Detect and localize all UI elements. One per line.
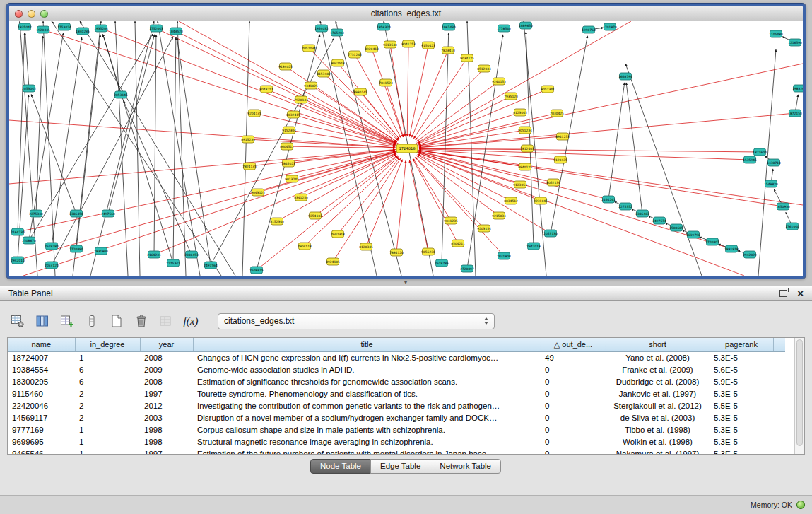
network-edge[interactable] <box>442 33 449 263</box>
network-edge[interactable] <box>154 153 396 255</box>
network-edge[interactable] <box>305 157 399 246</box>
cell-title[interactable]: Changes of HCN gene expression and I(f) … <box>193 351 541 363</box>
cell-in_degree[interactable]: 6 <box>75 363 140 375</box>
network-node[interactable]: 2942019 <box>526 243 541 250</box>
network-node[interactable]: 2053130 <box>543 230 558 237</box>
network-edge[interactable] <box>360 92 399 139</box>
cell-pagerank[interactable]: 5.3E-5 <box>710 436 773 448</box>
network-edge[interactable] <box>289 130 395 146</box>
network-node[interactable]: 1935204 <box>94 25 108 32</box>
network-edge[interactable] <box>25 33 29 88</box>
table-scrollbar[interactable] <box>794 338 804 454</box>
network-node[interactable]: 7852034 <box>302 45 316 52</box>
network-node[interactable]: 8152340 <box>270 218 284 225</box>
network-node[interactable]: 1765203 <box>330 29 344 36</box>
close-window-button[interactable] <box>15 10 23 18</box>
network-node[interactable]: 2497574 <box>652 217 666 224</box>
cell-out_degree[interactable]: 49 <box>541 351 606 363</box>
network-node[interactable]: 2942010 <box>11 257 25 264</box>
cell-short[interactable]: Dudbridge et al. (2008) <box>606 375 710 387</box>
cell-name[interactable]: 9777169 <box>8 424 75 436</box>
network-node[interactable]: 1954032 <box>314 25 329 32</box>
network-node[interactable]: 8034512 <box>504 197 518 204</box>
cell-short[interactable]: Tibbo et al. (1998) <box>606 424 710 436</box>
network-node[interactable]: 1840235 <box>76 28 90 35</box>
cell-name[interactable]: 19384554 <box>8 363 75 375</box>
table-selector-dropdown[interactable]: citations_edges.txt <box>218 313 495 329</box>
network-node[interactable]: 2720890 <box>69 245 83 252</box>
network-node[interactable]: 8915234 <box>241 136 255 143</box>
network-edge[interactable] <box>36 36 43 214</box>
network-node[interactable]: 2831908 <box>497 252 511 259</box>
tab-edge-table[interactable]: Edge Table <box>370 459 430 474</box>
cell-short[interactable]: Jankovic et al. (1997) <box>606 387 710 399</box>
minimize-window-button[interactable] <box>28 10 35 18</box>
cell-title[interactable]: Disruption of a novel member of a sodium… <box>193 411 541 424</box>
cell-pagerank[interactable]: 5.6E-5 <box>710 363 773 375</box>
table-row[interactable]: 1830029562008Estimation of significance … <box>8 375 785 387</box>
cell-in_degree[interactable]: 2 <box>75 411 140 424</box>
network-node[interactable]: 1835042 <box>18 23 32 30</box>
network-node[interactable]: 9041235 <box>444 217 458 224</box>
network-node[interactable]: 1753024 <box>57 23 71 30</box>
column-header-year[interactable]: year <box>140 338 193 351</box>
cell-short[interactable]: Wolkin et al. (1998) <box>606 436 710 448</box>
column-header-title[interactable]: title <box>193 338 541 351</box>
cell-pagerank[interactable]: 5.3E-5 <box>710 424 773 436</box>
network-node[interactable]: 9203154 <box>477 225 491 232</box>
cell-title[interactable]: Tourette syndrome. Phenomenology and cla… <box>193 387 541 399</box>
network-node[interactable]: 8032415 <box>286 111 300 118</box>
table-row[interactable]: 946554611997Estimation of the future num… <box>8 448 785 455</box>
network-node[interactable]: 2720897 <box>460 265 474 272</box>
network-edge[interactable] <box>29 33 64 240</box>
network-node[interactable]: 7830425 <box>550 110 564 117</box>
cell-year[interactable]: 1997 <box>140 448 193 455</box>
network-node[interactable]: 2508670 <box>22 237 36 244</box>
network-node[interactable]: 7904513 <box>298 243 312 250</box>
network-node[interactable]: 9134025 <box>278 63 293 70</box>
network-node[interactable]: 1105480 <box>769 30 783 37</box>
network-node[interactable]: 8512034 <box>477 65 491 72</box>
network-node[interactable]: 8930145 <box>353 88 367 95</box>
network-node[interactable]: 9215034 <box>492 212 506 219</box>
network-edge[interactable] <box>242 21 249 276</box>
cell-name[interactable]: 14569117 <box>8 411 75 424</box>
network-node[interactable]: 9213540 <box>383 41 397 48</box>
network-edge[interactable] <box>18 151 395 232</box>
network-edge[interactable] <box>412 50 448 137</box>
cell-name[interactable]: 22420046 <box>8 399 75 411</box>
network-node[interactable]: 2386453 <box>184 251 199 258</box>
network-edge[interactable] <box>257 156 398 270</box>
cell-short[interactable]: de Silva et al. (2003) <box>606 411 710 424</box>
network-node[interactable]: 9034125 <box>460 54 474 62</box>
cell-year[interactable]: 2003 <box>140 411 193 424</box>
network-edge[interactable] <box>31 94 76 214</box>
cell-year[interactable]: 1998 <box>140 424 193 436</box>
network-node[interactable]: 2831918 <box>724 245 739 252</box>
network-node[interactable]: 2164231 <box>147 251 161 258</box>
cell-in_degree[interactable]: 6 <box>75 375 140 387</box>
cell-name[interactable]: 9115460 <box>8 387 75 399</box>
cell-pagerank[interactable]: 5.3E-5 <box>710 387 773 399</box>
network-edge[interactable] <box>419 136 563 148</box>
network-node[interactable]: 2497560 <box>101 210 115 217</box>
cell-pagerank[interactable]: 5.3E-5 <box>710 411 773 424</box>
network-node[interactable]: 1668794 <box>618 73 632 80</box>
cell-out_degree[interactable]: 0 <box>541 424 606 436</box>
network-node[interactable]: 2386463 <box>635 210 649 217</box>
network-node[interactable]: 9043125 <box>251 189 265 196</box>
network-node[interactable]: 1967430 <box>442 23 456 30</box>
column-header-out_degree[interactable]: △ out_de... <box>541 338 606 351</box>
network-node[interactable]: 8052134 <box>546 179 560 186</box>
network-edge[interactable] <box>418 153 541 201</box>
network-node[interactable]: 2497564 <box>204 262 218 269</box>
network-node[interactable]: 9042513 <box>331 59 345 66</box>
cell-name[interactable]: 9699695 <box>8 436 75 448</box>
network-node[interactable]: 9231045 <box>534 197 548 204</box>
new-column-icon[interactable] <box>59 313 75 329</box>
network-node[interactable]: 1438710 <box>767 159 781 166</box>
network-node[interactable]: 1778540 <box>497 25 511 32</box>
zoom-window-button[interactable] <box>40 10 48 18</box>
network-node[interactable]: 9240153 <box>492 78 506 85</box>
network-edge[interactable] <box>80 21 235 276</box>
